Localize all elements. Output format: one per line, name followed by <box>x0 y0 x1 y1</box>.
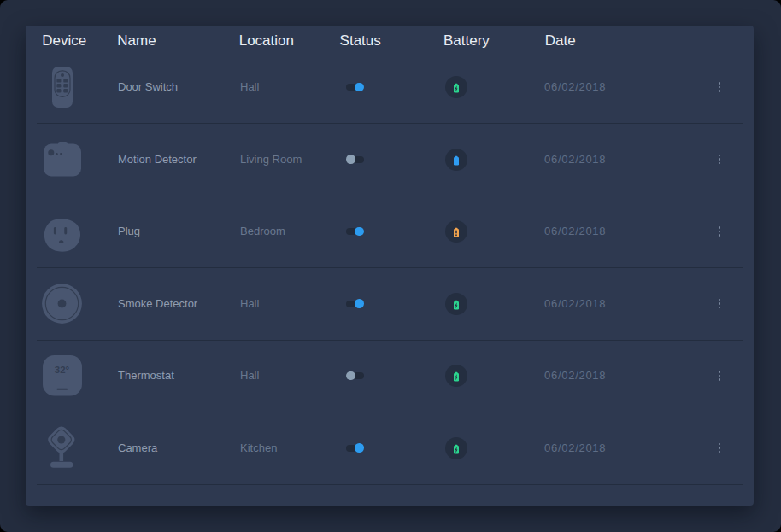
svg-text:32°: 32° <box>55 365 70 376</box>
